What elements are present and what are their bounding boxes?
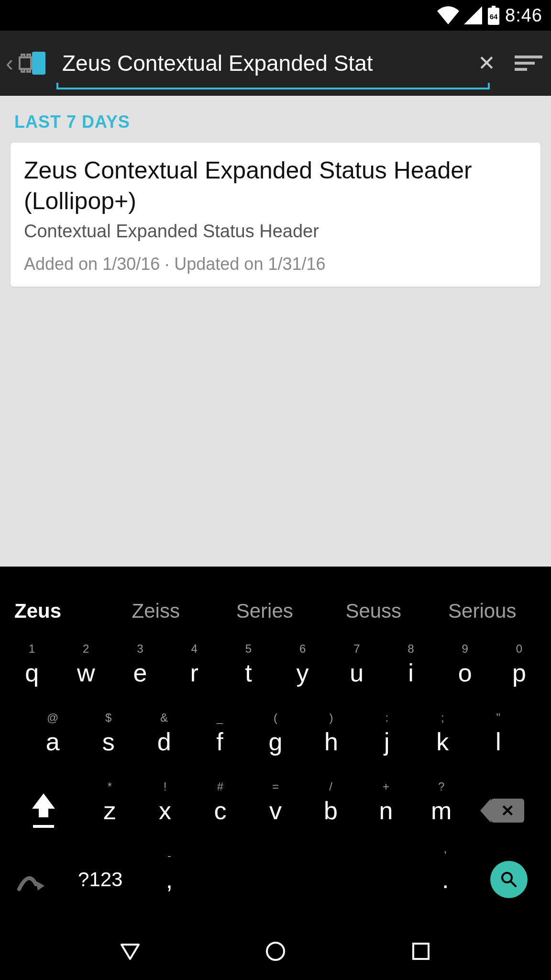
nav-home-button[interactable] <box>261 937 290 966</box>
key-z[interactable]: *z <box>82 776 138 845</box>
swype-icon <box>17 868 45 891</box>
svg-rect-3 <box>32 52 45 75</box>
key-q[interactable]: 1q <box>5 638 59 707</box>
suggestion-item[interactable]: Seuss <box>319 600 428 623</box>
key-g[interactable]: (g <box>248 707 303 776</box>
svg-text:64: 64 <box>490 12 498 21</box>
key-b[interactable]: /b <box>303 776 359 845</box>
status-time: 8:46 <box>505 5 542 26</box>
close-icon: ✕ <box>478 51 496 75</box>
section-header: LAST 7 DAYS <box>14 112 537 132</box>
space-key[interactable] <box>196 845 419 914</box>
suggestion-item[interactable]: Series <box>210 600 320 623</box>
key-r[interactable]: 4r <box>167 638 221 707</box>
action-bar: ‹ ✕ <box>0 31 551 96</box>
comma-key[interactable]: -, <box>143 845 196 914</box>
swype-key[interactable] <box>5 845 58 914</box>
key-k[interactable]: ;k <box>415 707 470 776</box>
key-f[interactable]: _f <box>192 707 247 776</box>
key-d[interactable]: &d <box>136 707 192 776</box>
navigation-bar <box>0 923 551 980</box>
svg-rect-0 <box>492 6 496 8</box>
key-x[interactable]: !x <box>137 776 193 845</box>
key-o[interactable]: 9o <box>438 638 492 707</box>
search-input[interactable] <box>62 46 461 80</box>
key-j[interactable]: :j <box>359 707 415 776</box>
key-t[interactable]: 5t <box>221 638 276 707</box>
chevron-left-icon: ‹ <box>6 52 13 75</box>
search-icon <box>499 870 518 889</box>
key-l[interactable]: "l <box>471 707 526 776</box>
result-title: Zeus Contextual Expanded Status Header (… <box>24 155 527 216</box>
key-h[interactable]: )h <box>303 707 359 776</box>
key-u[interactable]: 7u <box>330 638 384 707</box>
triangle-down-icon <box>119 940 142 963</box>
backspace-key[interactable]: ✕ <box>469 776 546 845</box>
status-bar: 64 8:46 <box>0 0 551 31</box>
keyboard: Zeus Zeiss Series Seuss Serious 1q2w3e4r… <box>0 586 551 923</box>
key-p[interactable]: 0p <box>492 638 546 707</box>
suggestion-item[interactable]: Zeus <box>14 600 101 623</box>
nav-back-button[interactable] <box>116 937 144 966</box>
key-c[interactable]: #c <box>193 776 248 845</box>
search-action-key[interactable] <box>472 845 546 914</box>
clear-search-button[interactable]: ✕ <box>471 47 502 79</box>
square-icon <box>410 941 431 962</box>
backspace-icon: ✕ <box>491 799 524 823</box>
search-field[interactable] <box>62 31 461 95</box>
wifi-icon <box>437 6 459 24</box>
battery-icon: 64 <box>487 6 500 25</box>
suggestion-item[interactable]: Serious <box>428 600 537 623</box>
app-logo-icon <box>15 46 49 80</box>
key-v[interactable]: =v <box>248 776 303 845</box>
key-n[interactable]: +n <box>358 776 414 845</box>
result-card[interactable]: Zeus Contextual Expanded Status Header (… <box>11 143 540 287</box>
symbols-key[interactable]: ?123 <box>58 845 143 914</box>
result-meta: Added on 1/30/16 · Updated on 1/31/16 <box>24 254 527 274</box>
key-e[interactable]: 3e <box>113 638 167 707</box>
period-key[interactable]: '. <box>419 845 472 914</box>
svg-point-6 <box>267 943 284 960</box>
cellular-icon <box>464 6 482 24</box>
key-w[interactable]: 2w <box>59 638 113 707</box>
key-m[interactable]: ?m <box>414 776 469 845</box>
svg-rect-7 <box>413 944 429 959</box>
shift-icon <box>32 793 55 809</box>
nav-recents-button[interactable] <box>407 937 435 966</box>
sort-button[interactable] <box>512 46 545 80</box>
search-underline <box>56 88 490 89</box>
key-s[interactable]: $s <box>80 707 136 776</box>
circle-icon <box>264 940 287 963</box>
shift-key[interactable] <box>5 776 82 845</box>
key-i[interactable]: 8i <box>384 638 438 707</box>
result-subtitle: Contextual Expanded Status Header <box>24 221 527 242</box>
svg-line-5 <box>511 881 516 886</box>
suggestion-item[interactable]: Zeiss <box>101 600 210 623</box>
key-y[interactable]: 6y <box>276 638 330 707</box>
back-button[interactable]: ‹ <box>6 31 49 95</box>
content-area: LAST 7 DAYS Zeus Contextual Expanded Sta… <box>0 96 551 567</box>
key-a[interactable]: @a <box>25 707 80 776</box>
suggestion-bar: Zeus Zeiss Series Seuss Serious <box>0 586 551 636</box>
